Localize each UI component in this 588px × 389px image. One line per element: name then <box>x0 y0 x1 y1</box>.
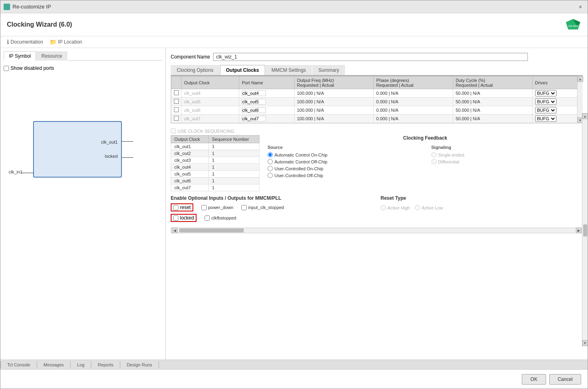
radio-active-low-input[interactable] <box>415 205 420 210</box>
ip-symbol-block: clk_out1 locked <box>33 121 122 178</box>
seq-number: 1 <box>209 164 259 171</box>
radio-user-off-chip-input[interactable] <box>268 173 273 178</box>
radio-auto-on-chip-input[interactable] <box>268 152 273 157</box>
main-window: Re-customize IP × Clocking Wizard (6.0) … <box>0 0 588 389</box>
use-clock-seq-checkbox[interactable] <box>171 128 176 134</box>
seq-clock: clk_out1 <box>171 143 209 150</box>
table-row: clk_out2 1 <box>171 150 259 157</box>
seq-clock: clk_out7 <box>171 184 209 191</box>
reset-checkbox[interactable] <box>173 205 178 210</box>
locked-checkbox[interactable] <box>173 215 178 221</box>
toolbar: ℹ Documentation 📁 IP Location <box>0 36 588 48</box>
component-name-input[interactable] <box>213 53 528 61</box>
left-panel: IP Symbol Resource Show disabled ports c… <box>0 48 166 367</box>
v-scroll-down-arrow[interactable]: ▼ <box>582 340 588 346</box>
output-table-container[interactable]: Output Clock Port Name Output Freq (MHz)… <box>171 76 583 123</box>
input-clk-stopped-item: input_clk_stopped <box>241 205 284 210</box>
show-disabled-checkbox[interactable] <box>4 66 9 71</box>
tab-ip-symbol[interactable]: IP Symbol <box>4 51 36 61</box>
radio-active-low-label: Active Low <box>422 205 443 210</box>
h-scrollbar-thumb[interactable] <box>179 228 244 232</box>
input-clk-stopped-checkbox[interactable] <box>241 205 247 210</box>
radio-auto-off-chip-input[interactable] <box>268 159 273 164</box>
row-checkbox[interactable] <box>174 99 179 104</box>
status-tab-tcl[interactable]: Tcl Console <box>0 361 37 368</box>
title-bar: Re-customize IP × <box>0 0 588 13</box>
port-name-input[interactable] <box>242 99 266 105</box>
status-tab-messages[interactable]: Messages <box>37 361 71 368</box>
radio-active-high-label: Active High <box>387 205 410 210</box>
table-row: clk_out4 1 <box>171 164 259 171</box>
feedback-section: Output Clock Sequence Number clk_out1 1 … <box>171 135 583 191</box>
table-row: clk_out7 1 <box>171 184 259 191</box>
power-down-checkbox[interactable] <box>201 205 207 210</box>
source-signaling-row: Source Automatic Control On-Chip Automat… <box>268 145 583 180</box>
signaling-column: Signaling Single-ended Differential <box>431 145 583 180</box>
documentation-link[interactable]: ℹ Documentation <box>7 39 43 45</box>
reset-type-section: Reset Type Active High Active Low <box>381 195 583 224</box>
table-row: clk_out5 1 <box>171 171 259 178</box>
optional-row-1: reset power_down input_clk_stopped <box>171 203 364 211</box>
component-name-row: Component Name <box>171 53 583 61</box>
scroll-up-arrow[interactable]: ▲ <box>578 76 583 82</box>
row-checkbox[interactable] <box>174 90 179 95</box>
table-row: clk_out7 100.000 | N/A 0.000 | N/A 50.00… <box>172 115 582 123</box>
xilinx-logo-icon: XILINX <box>565 18 581 31</box>
drive-select[interactable]: BUFG <box>535 90 557 96</box>
radio-single-ended: Single-ended <box>431 152 583 157</box>
clocking-feedback-panel: Clocking Feedback Source Automatic Contr… <box>268 135 583 191</box>
seq-number: 1 <box>209 150 259 157</box>
radio-single-ended-input[interactable] <box>431 152 437 157</box>
locked-port-label: locked <box>105 154 118 159</box>
ip-location-label: IP Location <box>58 39 82 45</box>
sequence-table: Output Clock Sequence Number clk_out1 1 … <box>171 135 259 191</box>
drive-select[interactable]: BUFG <box>535 115 557 122</box>
radio-user-on-chip-label: User-Controlled On-Chip <box>274 166 323 171</box>
optional-inputs-section: Enable Optional Inputs / Outputs for MMC… <box>171 195 364 224</box>
vertical-scrollbar[interactable]: ▲ ▼ <box>582 113 588 347</box>
drive-select[interactable]: BUFG <box>535 107 557 113</box>
use-clock-seq-label: USE CLOCK SEQUENCING <box>178 129 234 134</box>
seq-clock: clk_out3 <box>171 157 209 164</box>
tab-summary[interactable]: Summary <box>312 65 345 75</box>
ok-button[interactable]: OK <box>522 374 546 385</box>
cancel-button[interactable]: Cancel <box>549 374 581 385</box>
seq-number: 1 <box>209 157 259 164</box>
seq-clock: clk_out5 <box>171 171 209 178</box>
radio-auto-off-chip-label: Automatic Control Off-Chip <box>274 159 327 164</box>
table-row: clk_out1 1 <box>171 143 259 150</box>
seq-clock: clk_out4 <box>171 164 209 171</box>
tab-resource[interactable]: Resource <box>36 51 67 61</box>
table-row: clk_out4 100.000 | N/A 0.000 | N/A 50.00… <box>172 89 582 98</box>
close-button[interactable]: × <box>576 3 584 11</box>
scroll-left-arrow[interactable]: ◀ <box>172 228 178 233</box>
optional-inputs-title: Enable Optional Inputs / Outputs for MMC… <box>171 195 364 201</box>
ip-symbol-area: clk_in1 clk_out1 locked <box>4 73 162 226</box>
horizontal-scrollbar[interactable]: ◀ ▶ <box>171 228 583 233</box>
radio-user-on-chip-input[interactable] <box>268 166 273 171</box>
row-checkbox[interactable] <box>174 107 179 112</box>
row-checkbox[interactable] <box>174 116 179 121</box>
port-name-input[interactable] <box>242 107 266 113</box>
scroll-right-arrow[interactable]: ▶ <box>576 228 582 233</box>
port-name-input[interactable] <box>242 116 266 121</box>
tab-clocking-options[interactable]: Clocking Options <box>171 65 220 75</box>
status-tab-design-runs[interactable]: Design Runs <box>120 361 159 368</box>
optional-inputs-reset-section: Enable Optional Inputs / Outputs for MMC… <box>171 195 583 224</box>
status-tab-log[interactable]: Log <box>71 361 91 368</box>
port-name-input[interactable] <box>242 90 266 96</box>
show-disabled-label: Show disabled ports <box>10 65 54 71</box>
radio-active-high-input[interactable] <box>381 205 386 210</box>
tab-mmcm-settings[interactable]: MMCM Settings <box>266 65 312 75</box>
ip-location-link[interactable]: 📁 IP Location <box>50 39 82 45</box>
radio-differential-input[interactable] <box>431 159 437 164</box>
reset-type-radios: Active High Active Low <box>381 205 583 210</box>
clkfbstopped-checkbox[interactable] <box>205 215 210 221</box>
reset-label: reset <box>180 205 191 210</box>
tab-output-clocks[interactable]: Output Clocks <box>220 65 265 75</box>
radio-active-low: Active Low <box>415 205 443 210</box>
v-scroll-up-arrow[interactable]: ▲ <box>582 113 588 119</box>
bottom-bar: OK Cancel <box>0 369 588 389</box>
status-tab-reports[interactable]: Reports <box>91 361 120 368</box>
drive-select[interactable]: BUFG <box>535 98 557 105</box>
